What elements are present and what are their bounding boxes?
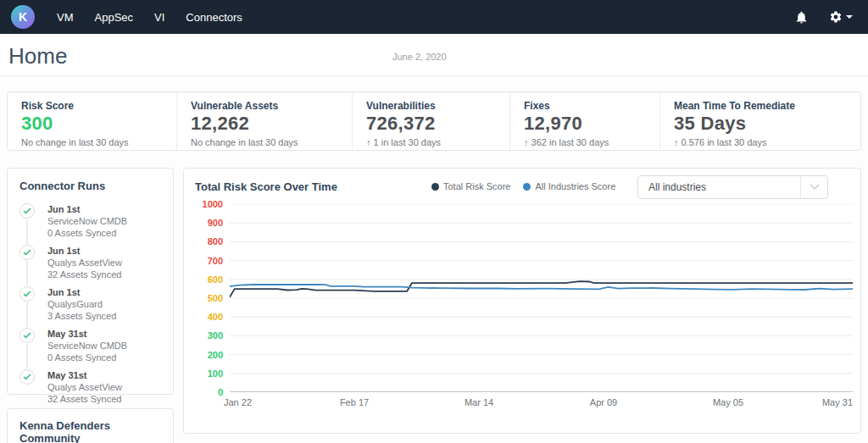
stat-risk-score: Risk Score300No change in last 30 days bbox=[8, 92, 176, 150]
legend-item-all-industries-score[interactable]: All Industries Score bbox=[523, 181, 615, 191]
stat-change: ↑ 362 in last 30 days bbox=[524, 137, 659, 147]
page-header: Home June 2, 2020 bbox=[0, 34, 868, 76]
y-axis-label-500: 500 bbox=[187, 293, 223, 303]
notifications-bell-icon[interactable] bbox=[794, 10, 809, 25]
page-title: Home bbox=[8, 43, 67, 69]
legend-dot-icon bbox=[431, 183, 439, 191]
x-axis-label-feb-17: Feb 17 bbox=[340, 397, 369, 407]
y-axis-label-0: 0 bbox=[187, 387, 223, 397]
run-date: May 31st bbox=[47, 328, 161, 340]
community-title: Kenna Defenders Community bbox=[19, 419, 161, 443]
y-axis-label-200: 200 bbox=[187, 350, 223, 360]
series-line-all-industries-score bbox=[230, 285, 853, 290]
industry-dropdown-value: All industries bbox=[648, 181, 706, 193]
kenna-logo[interactable]: K bbox=[11, 5, 35, 29]
settings-caret-icon bbox=[846, 15, 853, 19]
connector-runs-title: Connector Runs bbox=[19, 180, 161, 192]
nav-item-connectors[interactable]: Connectors bbox=[186, 11, 242, 24]
stat-label: Vulnerabilities bbox=[366, 100, 509, 112]
run-date: May 31st bbox=[47, 369, 161, 381]
x-axis-label-mar-14: Mar 14 bbox=[465, 397, 493, 407]
nav-menu: VMAppSecVIConnectors bbox=[57, 11, 242, 24]
run-connector-name: ServiceNow CMDB bbox=[47, 215, 161, 227]
connector-run-item: Jun 1stServiceNow CMDB0 Assets Synced bbox=[19, 203, 161, 241]
check-icon bbox=[19, 203, 35, 219]
run-date: Jun 1st bbox=[47, 203, 161, 215]
run-connector-name: ServiceNow CMDB bbox=[47, 340, 161, 352]
check-icon bbox=[19, 286, 35, 302]
stat-change: No change in last 30 days bbox=[191, 137, 352, 147]
risk-score-chart-card: Total Risk Score Over Time Total Risk Sc… bbox=[183, 168, 861, 434]
stat-mean-time-to-remediate: Mean Time To Remediate35 Days↑ 0.576 in … bbox=[659, 92, 861, 150]
stat-value: 12,262 bbox=[191, 113, 352, 135]
stat-label: Risk Score bbox=[21, 100, 176, 112]
nav-item-vm[interactable]: VM bbox=[57, 11, 74, 24]
stat-change: ↑ 0.576 in last 30 days bbox=[674, 137, 861, 147]
connector-run-item: May 31stServiceNow CMDB0 Assets Synced bbox=[19, 328, 161, 365]
x-axis-label-apr-09: Apr 09 bbox=[590, 397, 617, 407]
run-assets-synced: 3 Assets Synced bbox=[47, 310, 161, 322]
check-icon bbox=[19, 245, 35, 260]
stat-label: Fixes bbox=[524, 100, 659, 112]
legend-dot-icon bbox=[523, 183, 531, 191]
check-icon bbox=[19, 328, 35, 343]
connector-run-item: May 31stQualys AssetView32 Assets Synced bbox=[19, 369, 161, 407]
x-axis-label-may-05: May 05 bbox=[713, 397, 743, 407]
run-connector-name: Qualys AssetView bbox=[47, 381, 161, 393]
y-axis-label-400: 400 bbox=[187, 312, 223, 322]
run-assets-synced: 32 Assets Synced bbox=[47, 269, 161, 280]
connector-runs-card: Connector Runs Jun 1stServiceNow CMDB0 A… bbox=[7, 168, 174, 395]
stat-label: Vulnerable Assets bbox=[191, 100, 352, 112]
check-icon bbox=[19, 369, 35, 385]
stat-value: 35 Days bbox=[674, 113, 861, 135]
legend-label: Total Risk Score bbox=[443, 181, 510, 191]
chart-legend: Total Risk ScoreAll Industries Score bbox=[431, 181, 615, 191]
y-axis-label-800: 800 bbox=[187, 236, 223, 246]
x-axis-label-jan-22: Jan 22 bbox=[224, 397, 252, 407]
nav-item-appsec[interactable]: AppSec bbox=[95, 11, 134, 24]
y-axis-label-600: 600 bbox=[187, 274, 223, 285]
connector-runs-list: Jun 1stServiceNow CMDB0 Assets SyncedJun… bbox=[19, 203, 161, 407]
stat-vulnerable-assets: Vulnerable Assets12,262No change in last… bbox=[176, 92, 352, 150]
y-axis-label-700: 700 bbox=[187, 256, 223, 266]
industry-dropdown[interactable]: All industries bbox=[637, 175, 828, 199]
page-date: June 2, 2020 bbox=[392, 52, 447, 62]
run-assets-synced: 32 Assets Synced bbox=[47, 393, 161, 405]
stat-value: 300 bbox=[21, 113, 176, 135]
run-connector-name: Qualys AssetView bbox=[47, 257, 161, 269]
legend-item-total-risk-score[interactable]: Total Risk Score bbox=[431, 181, 510, 191]
x-axis-label-may-31: May 31 bbox=[822, 397, 853, 407]
chevron-down-icon bbox=[800, 176, 827, 198]
stat-fixes: Fixes12,970↑ 362 in last 30 days bbox=[509, 92, 659, 150]
legend-label: All Industries Score bbox=[535, 181, 615, 191]
stats-summary-card: Risk Score300No change in last 30 daysVu… bbox=[7, 91, 861, 151]
run-assets-synced: 0 Assets Synced bbox=[47, 352, 161, 363]
run-date: Jun 1st bbox=[47, 245, 161, 257]
run-connector-name: QualysGuard bbox=[47, 298, 161, 310]
nav-item-vi[interactable]: VI bbox=[154, 11, 164, 24]
stat-label: Mean Time To Remediate bbox=[674, 100, 861, 112]
stat-value: 12,970 bbox=[524, 113, 659, 135]
run-date: Jun 1st bbox=[47, 286, 161, 298]
navbar-right bbox=[794, 10, 853, 25]
run-assets-synced: 0 Assets Synced bbox=[47, 227, 161, 239]
connector-run-item: Jun 1stQualys AssetView32 Assets Synced bbox=[19, 245, 161, 282]
settings-gear-icon[interactable] bbox=[829, 10, 853, 24]
stat-value: 726,372 bbox=[366, 113, 509, 135]
top-navbar: K VMAppSecVIConnectors bbox=[0, 0, 868, 34]
y-axis-label-900: 900 bbox=[187, 218, 223, 228]
chart-title: Total Risk Score Over Time bbox=[195, 180, 337, 193]
y-axis-label-1000: 1000 bbox=[187, 199, 223, 209]
risk-score-chart bbox=[230, 204, 853, 392]
stat-change: No change in last 30 days bbox=[21, 137, 176, 147]
y-axis-label-300: 300 bbox=[187, 330, 223, 341]
stat-vulnerabilities: Vulnerabilities726,372↑ 1 in last 30 day… bbox=[352, 92, 509, 150]
connector-run-item: Jun 1stQualysGuard3 Assets Synced bbox=[19, 286, 161, 324]
stat-change: ↑ 1 in last 30 days bbox=[366, 137, 509, 147]
community-card: Kenna Defenders Community Become a Kenna… bbox=[7, 408, 174, 443]
y-axis-label-100: 100 bbox=[187, 368, 223, 379]
